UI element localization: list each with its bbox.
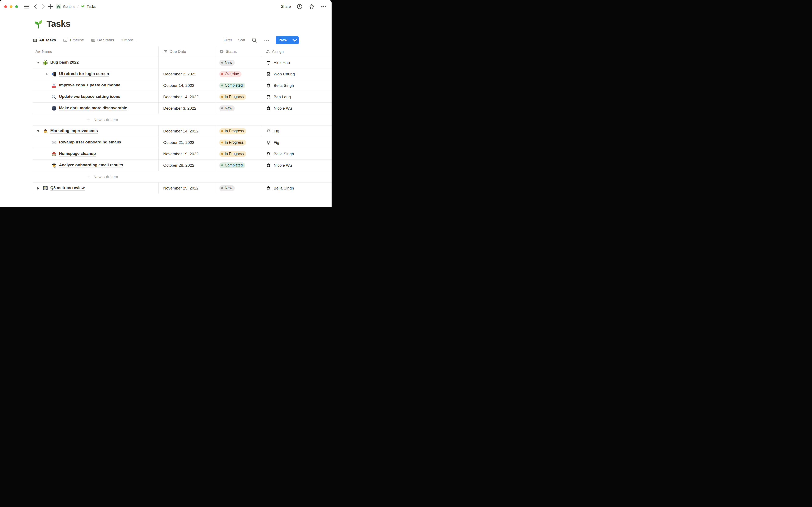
assign-cell[interactable]: Fig — [261, 137, 332, 148]
status-cell[interactable]: Completed — [215, 160, 261, 171]
due-date-cell[interactable]: November 19, 2022 — [159, 148, 215, 160]
name-cell[interactable]: Make dark mode more discoverable — [33, 103, 159, 114]
name-cell[interactable]: Analyze onboarding email results — [33, 160, 159, 171]
column-label: Name — [42, 49, 52, 54]
new-button-chevron-icon[interactable] — [291, 36, 299, 44]
assign-cell[interactable]: Bella Singh — [261, 182, 332, 194]
status-cell[interactable]: New — [215, 57, 261, 68]
favorite-star-icon[interactable] — [308, 3, 315, 10]
toggle-open-icon[interactable] — [36, 62, 41, 64]
close-window-button[interactable] — [4, 5, 7, 8]
sort-button[interactable]: Sort — [238, 38, 245, 43]
name-cell[interactable]: Revamp user onboarding emails — [33, 137, 159, 148]
sidebar-toggle-icon[interactable] — [23, 3, 30, 10]
due-date-cell[interactable]: December 14, 2022 — [159, 125, 215, 137]
breadcrumb-teamspace[interactable]: General — [63, 5, 75, 9]
task-title[interactable]: UI refresh for login screen — [59, 71, 109, 77]
due-date-cell[interactable]: October 28, 2022 — [159, 160, 215, 171]
new-button[interactable]: New — [276, 36, 299, 44]
new-sub-item-row[interactable]: New sub-item — [33, 114, 332, 125]
forward-icon[interactable] — [40, 3, 46, 10]
assign-cell[interactable]: Nicole Wu — [261, 160, 332, 171]
status-cell[interactable]: Completed — [215, 80, 261, 91]
status-cell[interactable]: New — [215, 182, 261, 194]
new-page-icon[interactable] — [47, 3, 53, 10]
name-cell[interactable]: Bug bash 2022 — [33, 57, 159, 68]
more-options-icon[interactable] — [320, 3, 327, 10]
status-cell[interactable]: In Progress — [215, 91, 261, 103]
due-date-cell[interactable]: October 21, 2022 — [159, 137, 215, 148]
toggle-closed-icon[interactable] — [36, 187, 41, 189]
updates-clock-icon[interactable] — [297, 3, 303, 10]
share-button[interactable]: Share — [281, 4, 291, 9]
status-cell[interactable]: New — [215, 103, 261, 114]
new-sub-item-cell[interactable]: New sub-item — [33, 171, 332, 182]
toggle-open-icon[interactable] — [36, 130, 41, 132]
assign-cell[interactable]: Fig — [261, 125, 332, 137]
status-badge[interactable]: Completed — [219, 162, 245, 168]
assign-cell[interactable]: Nicole Wu — [261, 103, 332, 114]
column-header-assign[interactable]: Assign — [261, 46, 332, 57]
search-icon[interactable] — [251, 37, 258, 43]
new-sub-item-cell[interactable]: New sub-item — [33, 114, 332, 125]
due-date-cell[interactable]: November 25, 2022 — [159, 182, 215, 194]
tab-by-status[interactable]: By Status — [91, 34, 114, 46]
tab-all-tasks[interactable]: All Tasks — [33, 34, 56, 46]
teamspace-home-icon[interactable] — [56, 4, 61, 9]
due-date-cell[interactable]: October 14, 2022 — [159, 80, 215, 91]
due-date-cell[interactable]: December 14, 2022 — [159, 91, 215, 103]
name-cell[interactable]: Improve copy + paste on mobile — [33, 80, 159, 91]
assign-cell[interactable]: Won Chung — [261, 68, 332, 80]
view-options-icon[interactable] — [263, 37, 270, 43]
name-cell[interactable]: Marketing improvements — [33, 125, 159, 137]
status-badge[interactable]: Completed — [219, 82, 245, 89]
name-cell[interactable]: UI refresh for login screen — [33, 68, 159, 80]
bella-singh-avatar — [266, 82, 271, 88]
zoom-window-button[interactable] — [15, 5, 18, 8]
toggle-closed-icon[interactable] — [44, 73, 49, 75]
assign-cell[interactable]: Bella Singh — [261, 148, 332, 160]
task-title[interactable]: Make dark mode more discoverable — [59, 106, 127, 111]
task-title[interactable]: Analyze onboarding email results — [59, 163, 123, 168]
column-header-due-date[interactable]: Due Date — [159, 46, 215, 57]
task-title[interactable]: Revamp user onboarding emails — [59, 140, 121, 145]
status-cell[interactable]: In Progress — [215, 125, 261, 137]
column-header-status[interactable]: Status — [215, 46, 261, 57]
task-title[interactable]: Q3 metrics review — [50, 185, 85, 191]
more-views-button[interactable]: 3 more... — [121, 38, 136, 43]
due-date-cell[interactable] — [159, 57, 215, 68]
status-badge[interactable]: Overdue — [219, 71, 242, 77]
assign-cell[interactable]: Ben Lang — [261, 91, 332, 103]
column-header-name[interactable]: AaName — [33, 46, 159, 57]
due-date-cell[interactable]: December 3, 2022 — [159, 103, 215, 114]
status-cell[interactable]: In Progress — [215, 137, 261, 148]
status-badge[interactable]: In Progress — [219, 128, 246, 134]
minimize-window-button[interactable] — [10, 5, 12, 8]
status-badge[interactable]: New — [219, 185, 235, 191]
breadcrumb-page[interactable]: Tasks — [87, 5, 96, 9]
status-badge[interactable]: New — [219, 105, 235, 111]
task-title[interactable]: Improve copy + paste on mobile — [59, 83, 120, 88]
new-sub-item-row[interactable]: New sub-item — [33, 171, 332, 182]
name-cell[interactable]: Q3 metrics review — [33, 182, 159, 194]
tab-timeline[interactable]: Timeline — [63, 34, 84, 46]
status-badge[interactable]: In Progress — [219, 139, 246, 146]
status-badge[interactable]: In Progress — [219, 151, 246, 157]
assign-cell[interactable]: Alex Hao — [261, 57, 332, 68]
task-title[interactable]: Bug bash 2022 — [50, 60, 79, 65]
status-badge[interactable]: In Progress — [219, 94, 246, 100]
name-cell[interactable]: Update workspace setting icons — [33, 91, 159, 103]
status-cell[interactable]: In Progress — [215, 148, 261, 160]
filter-button[interactable]: Filter — [223, 38, 232, 43]
status-cell[interactable]: Overdue — [215, 68, 261, 80]
assign-cell[interactable]: Bella Singh — [261, 80, 332, 91]
name-cell[interactable]: Homepage cleanup — [33, 148, 159, 160]
new-button-label[interactable]: New — [276, 36, 291, 44]
status-badge[interactable]: New — [219, 60, 235, 66]
traffic-lights — [4, 5, 18, 8]
task-title[interactable]: Update workspace setting icons — [59, 94, 120, 100]
task-title[interactable]: Marketing improvements — [50, 128, 98, 134]
task-title[interactable]: Homepage cleanup — [59, 151, 96, 157]
back-icon[interactable] — [32, 3, 39, 10]
due-date-cell[interactable]: December 2, 2022 — [159, 68, 215, 80]
